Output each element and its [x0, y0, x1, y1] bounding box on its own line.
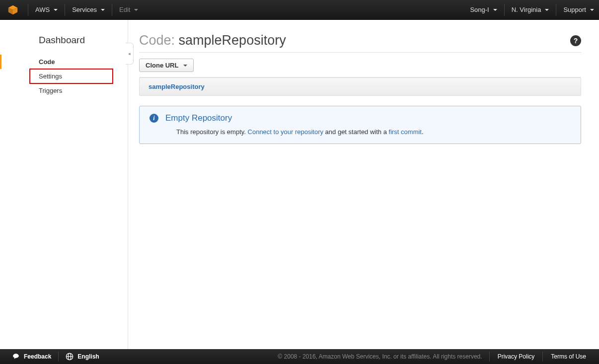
content-area: Code: sampleRepository ? Clone URL sampl…: [128, 20, 599, 349]
nav-aws-menu[interactable]: AWS: [30, 0, 63, 20]
globe-icon: [66, 353, 74, 361]
chevron-down-icon: [134, 9, 138, 11]
nav-services-menu[interactable]: Services: [67, 0, 110, 20]
page-title-name: sampleRepository: [179, 33, 286, 48]
breadcrumb-repo-link[interactable]: sampleRepository: [149, 83, 205, 90]
info-text-pre: This repository is empty.: [176, 128, 248, 136]
chevron-down-icon: [101, 9, 105, 11]
info-text-post: .: [422, 128, 424, 136]
feedback-button[interactable]: Feedback: [7, 349, 56, 364]
chevron-down-icon: [590, 9, 594, 11]
sidebar-title: Dashboard: [0, 35, 128, 55]
chevron-left-icon: ◂: [128, 51, 131, 56]
divider: [542, 352, 543, 362]
sidebar-item-settings[interactable]: Settings: [30, 69, 113, 83]
info-text: This repository is empty. Connect to you…: [176, 128, 571, 136]
help-icon[interactable]: ?: [570, 35, 581, 46]
nav-region-label: N. Virginia: [512, 6, 541, 13]
nav-region-menu[interactable]: N. Virginia: [507, 0, 554, 20]
privacy-policy-link[interactable]: Privacy Policy: [492, 353, 541, 360]
divider: [556, 4, 556, 16]
nav-account-menu[interactable]: Song-I: [465, 0, 502, 20]
nav-user-label: Song-I: [470, 6, 489, 13]
terms-of-use-link[interactable]: Terms of Use: [545, 353, 592, 360]
nav-edit-menu[interactable]: Edit: [114, 0, 143, 20]
empty-repo-info-panel: i Empty Repository This repository is em…: [139, 106, 581, 144]
connect-repo-link[interactable]: Connect to your repository: [248, 128, 323, 136]
chevron-down-icon: [54, 9, 58, 11]
toolbar: Clone URL: [139, 53, 581, 77]
feedback-label: Feedback: [24, 353, 51, 360]
page-title: Code: sampleRepository: [139, 33, 286, 48]
breadcrumb: sampleRepository: [139, 77, 581, 96]
page-title-prefix: Code:: [139, 33, 179, 48]
nav-services-label: Services: [72, 6, 97, 13]
aws-logo-icon[interactable]: [6, 3, 20, 17]
language-label: English: [77, 353, 99, 360]
clone-url-button[interactable]: Clone URL: [139, 59, 194, 72]
sidebar-item-code[interactable]: Code: [0, 55, 128, 69]
divider: [65, 4, 65, 16]
sidebar-item-label: Code: [39, 58, 55, 66]
chevron-down-icon: [183, 65, 187, 67]
info-heading: Empty Repository: [165, 113, 232, 123]
nav-support-label: Support: [563, 6, 586, 13]
nav-support-menu[interactable]: Support: [558, 0, 599, 20]
sidebar-item-label: Triggers: [39, 87, 62, 94]
info-icon: i: [150, 114, 158, 123]
divider: [504, 4, 505, 16]
chevron-down-icon: [493, 9, 497, 11]
speech-bubble-icon: [12, 353, 20, 360]
sidebar-item-label: Settings: [39, 73, 62, 80]
clone-url-label: Clone URL: [146, 62, 178, 69]
divider: [28, 4, 28, 16]
copyright-text: © 2008 - 2016, Amazon Web Services, Inc.…: [278, 353, 487, 360]
sidebar-nav: Code Settings Triggers: [0, 55, 128, 98]
divider: [489, 352, 490, 362]
sidebar: Dashboard Code Settings Triggers ◂: [0, 20, 128, 349]
sidebar-item-triggers[interactable]: Triggers: [0, 83, 128, 98]
sidebar-collapse-toggle[interactable]: ◂: [126, 43, 134, 65]
top-nav: AWS Services Edit Song-I N. Virginia Sup…: [0, 0, 599, 20]
divider: [58, 352, 59, 362]
chevron-down-icon: [545, 9, 549, 11]
footer: Feedback English © 2008 - 2016, Amazon W…: [0, 349, 599, 364]
divider: [112, 4, 112, 16]
language-selector[interactable]: English: [61, 349, 104, 364]
first-commit-link[interactable]: first commit: [389, 128, 422, 136]
nav-edit-label: Edit: [119, 6, 130, 13]
info-text-mid: and get started with a: [323, 128, 389, 136]
main-layout: Dashboard Code Settings Triggers ◂ Code:…: [0, 20, 599, 349]
page-header: Code: sampleRepository ?: [139, 33, 581, 53]
nav-aws-label: AWS: [35, 6, 50, 13]
info-header: i Empty Repository: [150, 113, 571, 123]
